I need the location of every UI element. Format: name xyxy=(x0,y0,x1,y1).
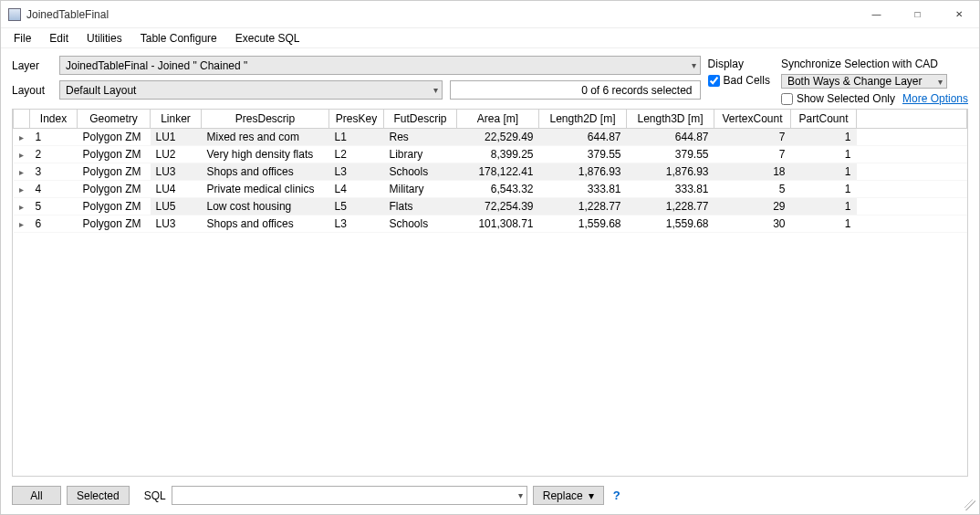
menu-table-configure[interactable]: Table Configure xyxy=(131,30,226,47)
help-icon[interactable]: ? xyxy=(613,489,620,502)
cell-vertexcount: 18 xyxy=(714,163,791,181)
cell-linker: LU1 xyxy=(151,129,202,146)
more-options-link[interactable]: More Options xyxy=(902,92,968,105)
cell-length2d: 379.55 xyxy=(539,146,627,163)
menu-file[interactable]: File xyxy=(5,30,40,47)
app-window: JoinedTableFinal — □ ✕ File Edit Utiliti… xyxy=(0,0,980,515)
cell-futdescrip: Res xyxy=(384,129,457,146)
bad-cells-input[interactable] xyxy=(708,75,720,87)
chevron-down-icon: ▾ xyxy=(433,85,438,95)
cell-filler xyxy=(857,146,967,163)
cell-partcount: 1 xyxy=(791,146,857,163)
col-geometry[interactable]: Geometry xyxy=(78,110,151,129)
cell-filler xyxy=(857,129,967,146)
expand-icon[interactable]: ▸ xyxy=(14,146,30,163)
cell-futdescrip: Flats xyxy=(384,198,457,215)
cell-vertexcount: 7 xyxy=(714,146,791,163)
cell-linker: LU3 xyxy=(151,215,202,233)
col-index[interactable]: Index xyxy=(30,110,78,129)
layout-combo[interactable]: Default Layout ▾ xyxy=(59,80,443,100)
minimize-button[interactable]: — xyxy=(856,1,897,28)
cell-preskey: L2 xyxy=(329,146,384,163)
layer-combo[interactable]: JoinedTableFinal - Joined " Chained " ▾ xyxy=(59,56,701,75)
col-preskey[interactable]: PresKey xyxy=(329,110,384,129)
sql-input[interactable]: ▾ xyxy=(172,486,527,505)
expand-icon[interactable]: ▸ xyxy=(14,181,30,198)
col-area[interactable]: Area [m] xyxy=(457,110,539,129)
table-header-row: Index Geometry Linker PresDescrip PresKe… xyxy=(14,110,967,129)
table-row[interactable]: ▸4Polygon ZMLU4Private medical clinicsL4… xyxy=(14,181,967,198)
cell-presdescrip: Shops and offices xyxy=(202,215,329,233)
col-presdescrip[interactable]: PresDescrip xyxy=(202,110,329,129)
chevron-down-icon: ▾ xyxy=(518,490,523,500)
cell-futdescrip: Schools xyxy=(384,163,457,181)
sync-combo[interactable]: Both Ways & Change Layer ▾ xyxy=(781,74,947,89)
cell-length2d: 644.87 xyxy=(539,129,627,146)
menubar: File Edit Utilities Table Configure Exec… xyxy=(1,28,979,48)
replace-label: Replace xyxy=(543,489,583,502)
cell-length3d: 379.55 xyxy=(627,146,714,163)
col-vertexcount[interactable]: VertexCount xyxy=(714,110,791,129)
resize-grip[interactable] xyxy=(964,499,975,510)
cell-futdescrip: Military xyxy=(384,181,457,198)
col-linker[interactable]: Linker xyxy=(151,110,202,129)
cell-presdescrip: Mixed res and com xyxy=(202,129,329,146)
cell-index: 1 xyxy=(30,129,78,146)
cell-linker: LU5 xyxy=(151,198,202,215)
table-row[interactable]: ▸1Polygon ZMLU1Mixed res and comL1Res22,… xyxy=(14,129,967,146)
cell-presdescrip: Low cost housing xyxy=(202,198,329,215)
replace-button[interactable]: Replace ▾ xyxy=(533,486,604,505)
close-button[interactable]: ✕ xyxy=(938,1,979,28)
all-button[interactable]: All xyxy=(12,486,61,505)
cell-filler xyxy=(857,198,967,215)
table-row[interactable]: ▸5Polygon ZMLU5Low cost housingL5Flats72… xyxy=(14,198,967,215)
show-selected-checkbox[interactable]: Show Selected Only xyxy=(781,92,895,105)
cell-area: 8,399.25 xyxy=(457,146,539,163)
maximize-button[interactable]: □ xyxy=(897,1,938,28)
data-table: Index Geometry Linker PresDescrip PresKe… xyxy=(13,109,967,233)
top-controls: Layer JoinedTableFinal - Joined " Chaine… xyxy=(1,48,979,109)
window-title: JoinedTableFinal xyxy=(26,8,109,21)
cell-partcount: 1 xyxy=(791,163,857,181)
cell-area: 101,308.71 xyxy=(457,215,539,233)
expand-icon[interactable]: ▸ xyxy=(14,215,30,233)
bad-cells-label: Bad Cells xyxy=(724,74,770,87)
col-length2d[interactable]: Length2D [m] xyxy=(539,110,627,129)
layer-combo-value: JoinedTableFinal - Joined " Chained " xyxy=(66,59,247,72)
bottom-bar: All Selected SQL ▾ Replace ▾ ? xyxy=(1,480,979,514)
cell-presdescrip: Very high density flats xyxy=(202,146,329,163)
table-row[interactable]: ▸6Polygon ZMLU3Shops and officesL3School… xyxy=(14,215,967,233)
cell-vertexcount: 29 xyxy=(714,198,791,215)
cell-partcount: 1 xyxy=(791,129,857,146)
col-expander[interactable] xyxy=(14,110,30,129)
table-body: ▸1Polygon ZMLU1Mixed res and comL1Res22,… xyxy=(14,129,967,233)
expand-icon[interactable]: ▸ xyxy=(14,198,30,215)
sync-combo-value: Both Ways & Change Layer xyxy=(787,75,923,88)
display-title: Display xyxy=(708,58,770,70)
cell-preskey: L5 xyxy=(329,198,384,215)
bad-cells-checkbox[interactable]: Bad Cells xyxy=(708,74,770,87)
chevron-down-icon: ▾ xyxy=(938,77,943,87)
cell-length3d: 333.81 xyxy=(627,181,714,198)
cell-index: 3 xyxy=(30,163,78,181)
menu-edit[interactable]: Edit xyxy=(40,30,78,47)
menu-utilities[interactable]: Utilities xyxy=(78,30,131,47)
cell-filler xyxy=(857,181,967,198)
menu-execute-sql[interactable]: Execute SQL xyxy=(226,30,309,47)
expand-icon[interactable]: ▸ xyxy=(14,129,30,146)
sql-label: SQL xyxy=(144,489,166,502)
layout-combo-value: Default Layout xyxy=(66,84,136,97)
cell-length2d: 1,876.93 xyxy=(539,163,627,181)
selected-button[interactable]: Selected xyxy=(67,486,130,505)
col-futdescrip[interactable]: FutDescrip xyxy=(384,110,457,129)
show-selected-input[interactable] xyxy=(781,93,793,105)
col-length3d[interactable]: Length3D [m] xyxy=(627,110,714,129)
cell-partcount: 1 xyxy=(791,198,857,215)
table-row[interactable]: ▸3Polygon ZMLU3Shops and officesL3School… xyxy=(14,163,967,181)
expand-icon[interactable]: ▸ xyxy=(14,163,30,181)
col-partcount[interactable]: PartCount xyxy=(791,110,857,129)
table-row[interactable]: ▸2Polygon ZMLU2Very high density flatsL2… xyxy=(14,146,967,163)
cell-partcount: 1 xyxy=(791,215,857,233)
cell-vertexcount: 30 xyxy=(714,215,791,233)
selection-status: 0 of 6 records selected xyxy=(450,80,701,100)
